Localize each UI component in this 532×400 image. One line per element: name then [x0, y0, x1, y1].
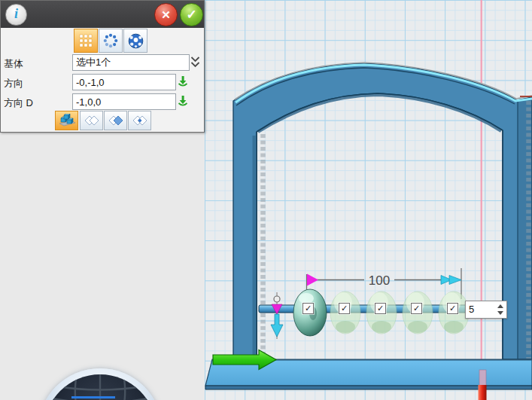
bead-instance-checkbox[interactable]: ✓ [411, 303, 422, 314]
base-body-input[interactable] [72, 54, 190, 71]
sphere-pattern-icon [128, 33, 144, 49]
pattern-tool-dialog: i ✕ ✓ [0, 0, 205, 133]
pick-direction-d-button[interactable] [176, 94, 189, 107]
cad-application-window: 100 [0, 0, 532, 400]
close-icon: ✕ [161, 8, 171, 22]
spinner-up-arrow[interactable] [497, 304, 503, 308]
expand-options-button[interactable] [188, 55, 202, 69]
pattern-solid-cubes-icon [58, 114, 76, 127]
mode-ghost-center-button[interactable] [128, 111, 151, 130]
mode-ghost-right-button[interactable] [104, 111, 127, 130]
diamonds-white-icon [83, 115, 101, 127]
dimension-start-flag-magenta[interactable] [307, 274, 318, 286]
manipulator-arrow-cyan[interactable] [271, 314, 283, 337]
circular-pattern-icon [103, 33, 118, 48]
pattern-count-spinner[interactable] [465, 301, 507, 319]
frame-top-right-red-edge [520, 96, 532, 97]
green-pick-arrow-icon [177, 95, 189, 107]
bead-instance-checkbox[interactable]: ✓ [302, 303, 314, 314]
direction-input[interactable] [72, 74, 176, 90]
direction-d-input[interactable] [72, 93, 176, 110]
grid-pattern-icon [78, 33, 93, 48]
vertical-manipulator[interactable] [271, 292, 283, 339]
info-icon: i [14, 6, 18, 22]
check-icon: ✓ [186, 7, 196, 23]
bead-instance-checkbox[interactable]: ✓ [375, 303, 386, 314]
mode-ghost-both-button[interactable] [80, 111, 103, 130]
mode-solid-pattern-button[interactable] [55, 111, 78, 130]
dimension-arrow-cyan-front[interactable] [449, 276, 461, 285]
vertical-axis-rod-red[interactable] [479, 370, 487, 400]
manipulator-ring-handle[interactable] [274, 296, 280, 302]
diamonds-white-blue-icon [107, 115, 125, 127]
navigation-equator-line [71, 396, 115, 398]
green-pick-arrow-icon [177, 75, 189, 87]
pattern-count-input[interactable] [467, 302, 496, 316]
direction-d-label: 方向 D [4, 96, 33, 110]
bead-instance-checkbox[interactable]: ✓ [339, 303, 350, 314]
diamonds-center-dot-icon [131, 115, 149, 127]
tab-circular-pattern[interactable] [99, 29, 123, 53]
dialog-header: i ✕ ✓ [1, 1, 204, 28]
dimension-value-label[interactable]: 100 [369, 273, 390, 288]
chevron-double-down-icon [190, 56, 201, 69]
cancel-button[interactable]: ✕ [154, 3, 178, 26]
tab-rectangular-pattern[interactable] [74, 29, 98, 53]
tab-sphere-pattern[interactable] [123, 29, 147, 53]
spinner-down-arrow[interactable] [497, 311, 503, 315]
bead-instance-checkbox[interactable]: ✓ [447, 303, 458, 314]
pick-direction-button[interactable] [176, 75, 189, 87]
direction-label: 方向 [4, 77, 23, 90]
info-button[interactable]: i [5, 4, 27, 26]
confirm-button[interactable]: ✓ [180, 3, 203, 26]
base-body-label: 基体 [4, 57, 23, 71]
